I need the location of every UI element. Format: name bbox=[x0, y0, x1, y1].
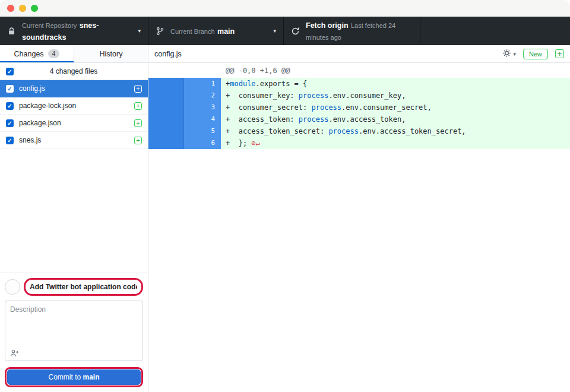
code-segment: .env.consumer_secret, bbox=[341, 103, 432, 112]
diff-line-number[interactable]: 4 bbox=[184, 113, 221, 125]
file-row[interactable]: snes.js bbox=[0, 132, 148, 149]
current-repository-dropdown[interactable]: Current Repository snes-soundtracks ▾ bbox=[0, 17, 148, 45]
zoom-button[interactable] bbox=[31, 5, 38, 12]
tab-changes-label: Changes bbox=[14, 50, 44, 58]
added-status-icon bbox=[134, 85, 142, 93]
diff-header-actions: ▾ New bbox=[502, 49, 564, 59]
hunk-header-text: @@ -0,0 +1,6 @@ bbox=[226, 67, 290, 75]
code-segment: process bbox=[299, 91, 329, 100]
branch-label: Current Branch bbox=[170, 28, 215, 35]
diff-code: +module.exports = { bbox=[221, 78, 570, 90]
file-checkbox[interactable] bbox=[6, 119, 14, 127]
added-status-icon bbox=[134, 119, 142, 127]
git-branch-icon bbox=[156, 27, 164, 36]
diff-options-dropdown[interactable]: ▾ bbox=[502, 49, 516, 59]
diff-line-number[interactable]: 6 bbox=[184, 137, 221, 149]
branch-name: main bbox=[217, 27, 235, 36]
repository-label: Current Repository bbox=[22, 22, 77, 29]
changed-file-list: config.jspackage-lock.jsonpackage.jsonsn… bbox=[0, 80, 148, 149]
file-checkbox[interactable] bbox=[6, 102, 14, 110]
commit-summary-row bbox=[5, 278, 143, 296]
diff-line: 2+ consumer_key: process.env.consumer_ke… bbox=[148, 90, 570, 102]
diff-line-number[interactable]: 5 bbox=[184, 125, 221, 137]
commit-description-box bbox=[5, 301, 143, 361]
diff-code: + }; ⊘↵ bbox=[221, 137, 570, 149]
diff-line: 1+module.exports = { bbox=[148, 78, 570, 90]
code-segment: module bbox=[230, 80, 255, 88]
fetch-title: Fetch origin bbox=[306, 21, 349, 30]
sync-icon bbox=[291, 27, 300, 36]
diff-content: @@ -0,0 +1,6 @@ 1+module.exports = {2+ c… bbox=[148, 63, 570, 392]
diff-line: 3+ consumer_secret: process.env.consumer… bbox=[148, 102, 570, 113]
tab-history[interactable]: History bbox=[74, 45, 148, 62]
plus-square-icon[interactable] bbox=[555, 49, 564, 58]
tab-changes[interactable]: Changes 4 bbox=[0, 45, 74, 62]
code-segment: + }; bbox=[226, 139, 251, 147]
diff-gutter-select[interactable] bbox=[148, 125, 184, 137]
lock-icon bbox=[7, 27, 16, 36]
file-status-badge: New bbox=[523, 49, 548, 59]
code-segment: + consumer_secret: bbox=[226, 103, 312, 112]
chevron-down-icon: ▾ bbox=[273, 28, 276, 34]
commit-description-input[interactable] bbox=[5, 301, 142, 344]
diff-gutter-select[interactable] bbox=[148, 78, 184, 90]
diff-line-number[interactable]: 1 bbox=[184, 78, 221, 90]
toolbar-filler bbox=[420, 17, 570, 45]
added-status-icon bbox=[134, 102, 142, 110]
changed-files-row: 4 changed files bbox=[0, 63, 148, 80]
file-row[interactable]: package.json bbox=[0, 115, 148, 132]
fetch-origin-button[interactable]: Fetch origin Last fetched 24 minutes ago bbox=[284, 17, 420, 45]
diff-gutter-select[interactable] bbox=[148, 113, 184, 125]
changed-files-label: 4 changed files bbox=[14, 67, 134, 75]
commit-summary-input[interactable] bbox=[27, 280, 140, 293]
toolbar: Current Repository snes-soundtracks ▾ Cu… bbox=[0, 17, 570, 45]
fetch-text: Fetch origin Last fetched 24 minutes ago bbox=[306, 19, 413, 43]
added-status-icon bbox=[134, 137, 142, 144]
add-coauthor-icon[interactable] bbox=[10, 349, 19, 357]
chevron-down-icon: ▾ bbox=[138, 28, 141, 34]
diff-line-number[interactable]: 3 bbox=[184, 102, 221, 113]
diff-line-number[interactable]: 2 bbox=[184, 90, 221, 102]
code-segment: process bbox=[299, 115, 329, 124]
commit-button-annotation-highlight: Commit to main bbox=[5, 367, 143, 387]
sidebar: Changes 4 History 4 changed files config… bbox=[0, 45, 148, 392]
code-segment: ⊘↵ bbox=[251, 139, 259, 147]
chevron-down-icon: ▾ bbox=[513, 51, 516, 57]
select-all-checkbox[interactable] bbox=[6, 68, 14, 75]
file-row[interactable]: package-lock.json bbox=[0, 97, 148, 115]
code-segment: .env.access_token, bbox=[328, 115, 406, 124]
diff-line: 5+ access_token_secret: process.env.acce… bbox=[148, 125, 570, 137]
diff-view: config.js ▾ New @@ -0,0 +1,6 @@ 1+m bbox=[148, 45, 570, 392]
tab-history-label: History bbox=[100, 50, 123, 58]
code-segment: .env.consumer_key, bbox=[328, 91, 406, 100]
minimize-button[interactable] bbox=[19, 5, 26, 12]
code-segment: + consumer_key: bbox=[226, 91, 299, 100]
file-checkbox[interactable] bbox=[6, 137, 14, 144]
file-row[interactable]: config.js bbox=[0, 80, 148, 97]
current-branch-dropdown[interactable]: Current Branch main ▾ bbox=[148, 17, 284, 45]
close-button[interactable] bbox=[7, 5, 14, 12]
diff-file-header: config.js ▾ New bbox=[148, 45, 570, 63]
commit-button-branch: main bbox=[83, 373, 100, 381]
diff-filename: config.js bbox=[154, 50, 502, 58]
diff-gutter-select[interactable] bbox=[148, 90, 184, 102]
diff-gutter-select[interactable] bbox=[148, 137, 184, 149]
diff-gutter-select[interactable] bbox=[148, 102, 184, 113]
diff-code: + consumer_secret: process.env.consumer_… bbox=[221, 102, 570, 113]
commit-button[interactable]: Commit to main bbox=[7, 369, 141, 385]
repository-text: Current Repository snes-soundtracks bbox=[22, 19, 133, 43]
file-checkbox[interactable] bbox=[6, 85, 14, 93]
hunk-header: @@ -0,0 +1,6 @@ bbox=[148, 63, 570, 78]
diff-lines: 1+module.exports = {2+ consumer_key: pro… bbox=[148, 78, 570, 149]
gear-icon bbox=[502, 49, 511, 59]
code-segment: process bbox=[328, 127, 359, 135]
app-body: Changes 4 History 4 changed files config… bbox=[0, 45, 570, 392]
code-segment: process bbox=[312, 103, 342, 112]
diff-line: 6+ }; ⊘↵ bbox=[148, 137, 570, 149]
changes-count-badge: 4 bbox=[48, 49, 60, 58]
diff-code: + access_token: process.env.access_token… bbox=[221, 113, 570, 125]
summary-annotation-highlight bbox=[24, 278, 143, 296]
commit-panel: Commit to main bbox=[0, 273, 148, 392]
file-name: package-lock.json bbox=[19, 102, 129, 110]
branch-text: Current Branch main bbox=[170, 25, 268, 37]
